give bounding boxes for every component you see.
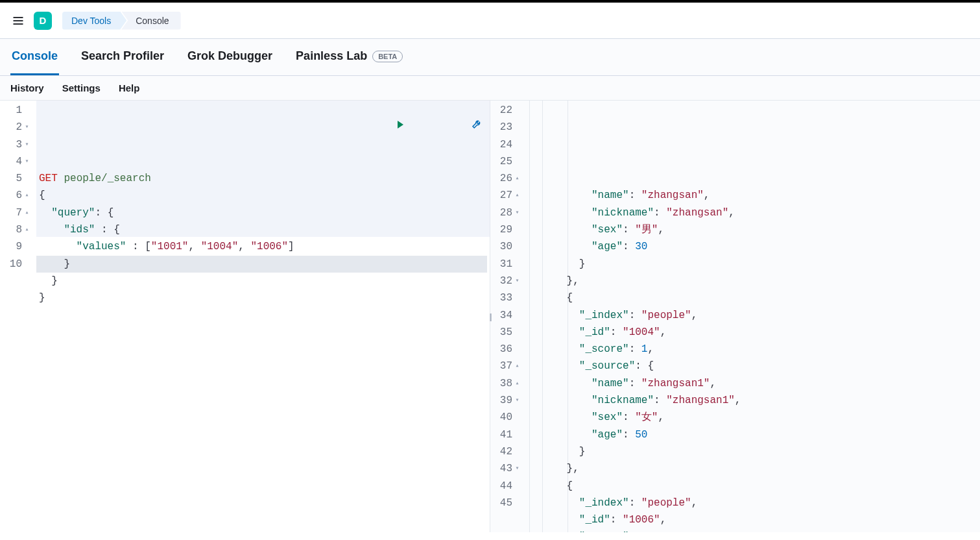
line-number: 32▾ [499, 273, 520, 289]
fold-toggle-icon[interactable]: ▾ [24, 136, 30, 153]
breadcrumb: Dev Tools Console [62, 12, 181, 30]
tab-painless-lab[interactable]: Painless LabBETA [294, 39, 404, 75]
line-number: 8▴ [9, 221, 30, 238]
menu-icon[interactable] [8, 10, 29, 31]
code-line[interactable]: "_id": "1004", [527, 324, 977, 341]
code-line[interactable]: "age": 50 [527, 426, 977, 443]
run-icon[interactable] [333, 102, 405, 153]
line-number: 9 [9, 238, 30, 255]
line-number: 41 [499, 426, 520, 443]
tab-label: Console [12, 49, 58, 63]
response-pane[interactable]: 2223242526▴27▴28▾29303132▾3334353637▴38▴… [490, 101, 980, 532]
beta-badge: BETA [372, 51, 403, 62]
breadcrumb-dev-tools[interactable]: Dev Tools [62, 12, 126, 30]
code-line[interactable]: "_score": 1, [527, 528, 977, 532]
code-line[interactable]: "age": 30 [527, 238, 977, 255]
tab-grok-debugger[interactable]: Grok Debugger [186, 39, 274, 75]
code-line[interactable]: }, [527, 273, 977, 289]
fold-toggle-icon[interactable]: ▴ [514, 375, 520, 392]
fold-toggle-icon[interactable]: ▴ [24, 204, 30, 221]
response-code: "name": "zhangsan", "nickname": "zhangsa… [527, 101, 980, 532]
code-line[interactable]: { [527, 289, 977, 306]
fold-toggle-icon[interactable]: ▾ [514, 392, 520, 409]
editor-area: 12▾3▾4▾56▴7▴8▴910 GET people/_search{ "q… [0, 101, 980, 532]
code-line[interactable]: "_id": "1006", [527, 511, 977, 528]
code-line[interactable]: } [527, 256, 977, 273]
code-line[interactable]: GET people/_search [36, 170, 487, 187]
line-number: 39▾ [499, 392, 520, 409]
code-line[interactable]: } [527, 443, 977, 460]
code-line[interactable] [36, 324, 487, 341]
code-line[interactable] [36, 307, 487, 324]
code-line[interactable]: "_index": "people", [527, 495, 977, 511]
line-number: 44 [499, 478, 520, 495]
fold-toggle-icon[interactable]: ▾ [514, 204, 520, 221]
line-number: 34 [499, 307, 520, 324]
request-pane[interactable]: 12▾3▾4▾56▴7▴8▴910 GET people/_search{ "q… [0, 101, 490, 532]
wrench-icon[interactable] [409, 102, 482, 153]
code-line[interactable]: "values" : ["1001", "1004", "1006"] [36, 238, 487, 255]
code-line[interactable]: }, [527, 460, 977, 477]
line-number: 3▾ [9, 136, 30, 153]
code-line[interactable]: "_index": "people", [527, 307, 977, 324]
request-code[interactable]: GET people/_search{ "query": { "ids" : {… [36, 101, 490, 532]
tab-console[interactable]: Console [10, 39, 59, 75]
line-number: 7▴ [9, 204, 30, 221]
fold-toggle-icon[interactable]: ▾ [24, 119, 30, 136]
line-number: 29 [499, 221, 520, 238]
line-number: 6▴ [9, 187, 30, 204]
line-number: 25 [499, 153, 520, 170]
code-line[interactable]: "name": "zhangsan1", [527, 375, 977, 392]
code-line[interactable]: "_source": { [527, 358, 977, 374]
line-number: 10 [9, 256, 30, 273]
code-line[interactable]: } [36, 273, 487, 289]
line-number: 4▾ [9, 153, 30, 170]
code-line[interactable]: } [36, 256, 487, 273]
app-icon[interactable]: D [34, 12, 52, 30]
line-number: 35 [499, 324, 520, 341]
line-number: 31 [499, 256, 520, 273]
code-line[interactable]: "query": { [36, 204, 487, 221]
line-number: 42 [499, 443, 520, 460]
fold-toggle-icon[interactable]: ▴ [514, 170, 520, 187]
fold-toggle-icon[interactable]: ▴ [514, 358, 520, 374]
code-line[interactable]: "nickname": "zhangsan", [527, 204, 977, 221]
line-number: 5 [9, 170, 30, 187]
subtab-help[interactable]: Help [119, 82, 140, 93]
code-line[interactable]: "ids" : { [36, 221, 487, 238]
fold-toggle-icon[interactable]: ▾ [514, 460, 520, 477]
code-line[interactable]: "sex": "男", [527, 221, 977, 238]
line-number: 24 [499, 136, 520, 153]
code-line[interactable]: { [36, 187, 487, 204]
line-number: 38▴ [499, 375, 520, 392]
line-number: 2▾ [9, 119, 30, 136]
code-line[interactable]: "_score": 1, [527, 341, 977, 358]
code-line[interactable]: "name": "zhangsan", [527, 187, 977, 204]
subtab-history[interactable]: History [10, 82, 44, 93]
request-gutter: 12▾3▾4▾56▴7▴8▴910 [0, 101, 36, 532]
fold-toggle-icon[interactable]: ▾ [24, 153, 30, 170]
tab-search-profiler[interactable]: Search Profiler [80, 39, 165, 75]
line-number: 45 [499, 495, 520, 511]
line-number: 30 [499, 238, 520, 255]
line-number: 22 [499, 102, 520, 119]
line-number: 43▾ [499, 460, 520, 477]
code-line[interactable]: "nickname": "zhangsan1", [527, 392, 977, 409]
line-number: 36 [499, 341, 520, 358]
line-number: 33 [499, 289, 520, 306]
breadcrumb-console[interactable]: Console [121, 12, 180, 30]
fold-toggle-icon[interactable]: ▴ [24, 187, 30, 204]
code-line[interactable]: "sex": "女", [527, 409, 977, 426]
request-action-icons [333, 102, 482, 153]
response-gutter: 2223242526▴27▴28▾29303132▾3334353637▴38▴… [490, 101, 527, 532]
code-line[interactable]: { [527, 478, 977, 495]
code-line[interactable]: } [36, 289, 487, 306]
fold-toggle-icon[interactable]: ▴ [514, 187, 520, 204]
line-number: 28▾ [499, 204, 520, 221]
pane-resize-handle[interactable]: || [486, 309, 495, 325]
header-bar: D Dev Tools Console [0, 3, 980, 39]
subtab-settings[interactable]: Settings [62, 82, 101, 93]
fold-toggle-icon[interactable]: ▴ [24, 221, 30, 238]
line-number: 1 [9, 102, 30, 119]
fold-toggle-icon[interactable]: ▾ [514, 273, 520, 289]
